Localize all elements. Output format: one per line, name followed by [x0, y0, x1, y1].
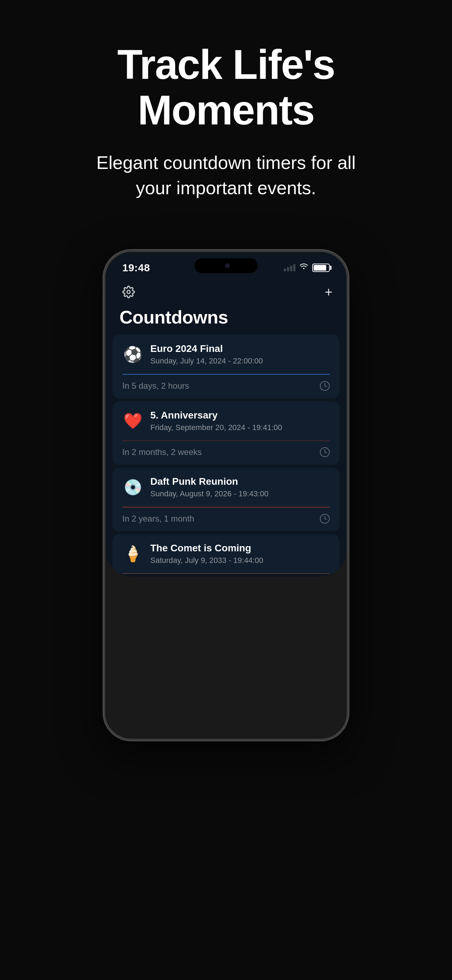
app-title: Countdowns [105, 304, 347, 335]
app-header: + [105, 277, 347, 304]
list-item[interactable]: ⚽ Euro 2024 Final Sunday, July 14, 2024 … [113, 335, 339, 399]
event-name: 5. Anniversary [150, 410, 330, 421]
clock-icon [320, 381, 330, 391]
event-emoji: ❤️ [122, 410, 143, 431]
event-row: ⚽ Euro 2024 Final Sunday, July 14, 2024 … [113, 335, 339, 374]
signal-icon [284, 264, 295, 271]
countdown-row: In 2 years, 1 month [113, 508, 339, 531]
event-divider [122, 441, 330, 441]
wifi-icon [299, 263, 309, 273]
phone-screen: 19:48 [105, 252, 347, 577]
list-item[interactable]: ❤️ 5. Anniversary Friday, September 20, … [113, 401, 339, 465]
event-info: Euro 2024 Final Sunday, July 14, 2024 - … [150, 343, 330, 366]
event-date: Sunday, August 9, 2026 - 19:43:00 [150, 489, 330, 498]
clock-icon [320, 514, 330, 523]
event-name: Daft Punk Reunion [150, 476, 330, 487]
event-info: The Comet is Coming Saturday, July 9, 20… [150, 542, 330, 565]
event-row: 🍦 The Comet is Coming Saturday, July 9, … [113, 534, 339, 573]
event-emoji: 💿 [122, 477, 143, 498]
countdown-text: In 2 months, 2 weeks [122, 447, 202, 457]
list-item[interactable]: 🍦 The Comet is Coming Saturday, July 9, … [113, 534, 339, 574]
settings-button[interactable] [119, 283, 138, 301]
gear-icon [122, 286, 135, 298]
dynamic-island-camera [225, 263, 230, 268]
hero-title: Track Life's Moments [28, 42, 424, 133]
countdown-text: In 5 days, 2 hours [122, 381, 189, 391]
list-item[interactable]: 💿 Daft Punk Reunion Sunday, August 9, 20… [113, 468, 339, 531]
event-info: Daft Punk Reunion Sunday, August 9, 2026… [150, 476, 330, 498]
phone-frame: 19:48 [103, 250, 349, 741]
status-time: 19:48 [122, 262, 150, 274]
event-info: 5. Anniversary Friday, September 20, 202… [150, 410, 330, 432]
countdown-list: ⚽ Euro 2024 Final Sunday, July 14, 2024 … [105, 335, 347, 577]
countdown-row: In 2 months, 2 weeks [113, 441, 339, 465]
event-emoji: ⚽ [122, 344, 143, 365]
event-date: Saturday, July 9, 2033 - 19:44:00 [150, 556, 330, 565]
status-icons [284, 263, 330, 273]
event-date: Sunday, July 14, 2024 - 22:00:00 [150, 356, 330, 366]
event-row: ❤️ 5. Anniversary Friday, September 20, … [113, 401, 339, 441]
event-divider [122, 374, 330, 375]
event-divider [122, 507, 330, 508]
countdown-text: In 2 years, 1 month [122, 514, 194, 523]
event-date: Friday, September 20, 2024 - 19:41:00 [150, 423, 330, 432]
status-bar: 19:48 [105, 252, 347, 277]
battery-fill [314, 265, 326, 270]
event-divider [122, 573, 330, 574]
event-row: 💿 Daft Punk Reunion Sunday, August 9, 20… [113, 468, 339, 507]
phone-container: 19:48 [0, 229, 452, 776]
battery-icon [312, 264, 330, 272]
event-name: The Comet is Coming [150, 542, 330, 554]
hero-section: Track Life's Moments Elegant countdown t… [0, 0, 452, 229]
event-emoji: 🍦 [122, 543, 143, 564]
add-button[interactable]: + [325, 285, 333, 299]
event-name: Euro 2024 Final [150, 343, 330, 354]
countdown-row: In 5 days, 2 hours [113, 375, 339, 399]
dynamic-island [194, 258, 258, 273]
hero-subtitle: Elegant countdown timers for all your im… [86, 150, 366, 201]
clock-icon [320, 447, 330, 457]
